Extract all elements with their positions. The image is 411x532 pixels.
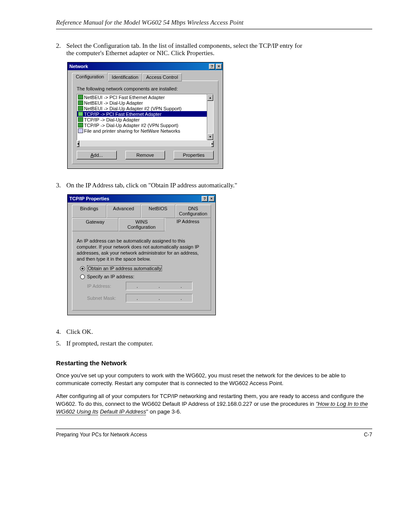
tab-access-control[interactable]: Access Control xyxy=(142,73,182,81)
properties-button[interactable]: Properties xyxy=(174,151,214,159)
doc-title: Reference Manual for the Model WG602 54 … xyxy=(56,19,243,26)
page-header: Reference Manual for the Model WG602 54 … xyxy=(56,19,372,29)
tab-identification[interactable]: Identification xyxy=(108,73,142,81)
tab-configuration[interactable]: Configuration xyxy=(72,73,108,81)
list-item[interactable]: TCP/IP -> Dial-Up Adapter #2 (VPN Suppor… xyxy=(77,122,207,128)
list-item[interactable]: NetBEUI -> PCI Fast Ethernet Adapter xyxy=(77,94,207,100)
restart-para1: Once you've set up your computers to wor… xyxy=(56,372,372,387)
tab-netbios[interactable]: NetBIOS xyxy=(141,205,175,218)
step4-text: Click OK. xyxy=(66,328,93,336)
radio-icon xyxy=(80,274,85,279)
help-icon[interactable]: ? xyxy=(202,196,208,202)
ip-address-label: IP Address: xyxy=(87,283,126,289)
page-footer: Preparing Your PCs for Network Access C-… xyxy=(56,429,372,438)
cross-ref-link[interactable]: Default IP Address xyxy=(100,408,146,415)
subnet-mask-input: ... xyxy=(126,294,193,302)
components-label: The following network components are ins… xyxy=(77,86,214,91)
step5-text: If prompted, restart the computer. xyxy=(66,340,153,347)
share-icon xyxy=(78,128,83,133)
vertical-scrollbar[interactable]: ▴ ▾ xyxy=(207,94,213,140)
list-item-selected[interactable]: TCP/IP -> PCI Fast Ethernet Adapter xyxy=(77,111,207,117)
remove-button[interactable]: Remove xyxy=(125,151,165,159)
protocol-icon xyxy=(78,106,83,111)
help-icon[interactable]: ? xyxy=(209,64,215,69)
restart-heading: Restarting the Network xyxy=(56,359,372,367)
footer-right: C-7 xyxy=(364,432,372,438)
ip-address-input: ... xyxy=(126,282,193,290)
protocol-icon xyxy=(78,100,83,105)
step3-text: On the IP Address tab, click on "Obtain … xyxy=(66,182,237,189)
scroll-down-icon[interactable]: ▾ xyxy=(207,134,213,140)
tcpip-dialog: TCP/IP Properties ? × Bindings Advanced … xyxy=(67,194,216,315)
list-item[interactable]: TCP/IP -> Dial-Up Adapter xyxy=(77,117,207,122)
tcpip-titlebar[interactable]: TCP/IP Properties ? × xyxy=(68,195,215,202)
protocol-icon xyxy=(78,117,83,122)
add-button[interactable]: Add... xyxy=(77,151,117,159)
list-item[interactable]: NetBEUI -> Dial-Up Adapter xyxy=(77,100,207,106)
components-listbox[interactable]: NetBEUI -> PCI Fast Ethernet Adapter Net… xyxy=(77,94,214,140)
tab-bindings[interactable]: Bindings xyxy=(72,205,106,218)
protocol-icon xyxy=(78,112,83,116)
tab-ip-address[interactable]: IP Address xyxy=(165,218,211,231)
list-item[interactable]: NetBEUI -> Dial-Up Adapter #2 (VPN Suppo… xyxy=(77,106,207,111)
network-title: Network xyxy=(69,64,208,69)
network-dialog: Network ? × Configuration Identification… xyxy=(67,62,223,169)
tab-gateway[interactable]: Gateway xyxy=(72,218,118,231)
radio-obtain-auto[interactable]: Obtain an IP address automatically xyxy=(80,265,206,271)
tab-advanced[interactable]: Advanced xyxy=(106,205,141,218)
network-titlebar[interactable]: Network ? × xyxy=(68,62,223,70)
close-icon[interactable]: × xyxy=(216,64,222,69)
protocol-icon xyxy=(78,95,83,100)
tab-wins[interactable]: WINS Configuration xyxy=(118,218,165,231)
horizontal-scrollbar[interactable]: ◂ ▸ xyxy=(77,140,214,146)
list-item[interactable]: File and printer sharing for NetWare Net… xyxy=(77,128,207,134)
subnet-mask-label: Subnet Mask: xyxy=(87,296,126,301)
step2-text2: the computer's Ethernet adapter or NIC. … xyxy=(66,50,215,56)
scroll-right-icon[interactable]: ▸ xyxy=(211,140,214,147)
footer-left: Preparing Your PCs for Network Access xyxy=(56,432,147,438)
restart-para2: After configuring all of your computers … xyxy=(56,392,372,416)
radio-icon xyxy=(80,266,85,271)
radio-specify[interactable]: Specify an IP address: xyxy=(80,274,206,279)
tab-dns[interactable]: DNS Configuration xyxy=(175,205,211,218)
scroll-up-icon[interactable]: ▴ xyxy=(207,94,213,101)
step2-text1: Select the Configuration tab. In the lis… xyxy=(66,42,302,49)
ip-info-text: An IP address can be automatically assig… xyxy=(77,238,206,262)
protocol-icon xyxy=(78,123,83,128)
close-icon[interactable]: × xyxy=(209,196,215,202)
tcpip-title: TCP/IP Properties xyxy=(69,196,201,201)
